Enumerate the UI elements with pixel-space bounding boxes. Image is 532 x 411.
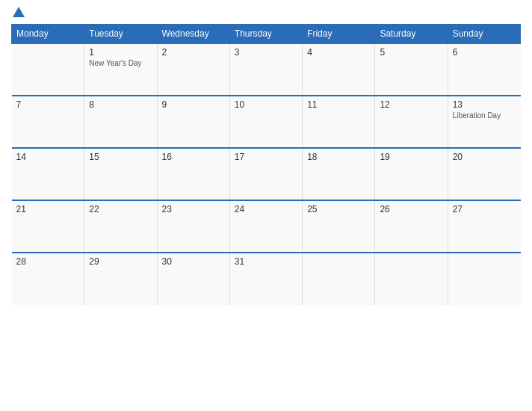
day-number: 13 [453,99,516,110]
weekday-header-wednesday: Wednesday [157,25,229,44]
calendar-cell [448,253,520,305]
day-number: 29 [89,256,152,267]
calendar-cell: 28 [12,253,84,305]
calendar-cell: 19 [375,148,448,200]
calendar-week-row: 1New Year's Day23456 [12,43,521,96]
calendar-cell: 7 [12,96,84,148]
calendar-cell: 15 [84,148,157,200]
calendar-cell: 16 [157,148,229,200]
calendar-week-row: 21222324252627 [12,200,521,253]
calendar-cell [12,43,84,96]
day-number: 24 [235,204,297,214]
calendar-cell: 9 [157,96,229,148]
day-number: 14 [16,152,80,162]
calendar-cell: 25 [303,200,375,253]
day-number: 10 [235,99,297,110]
calendar-table: MondayTuesdayWednesdayThursdayFridaySatu… [11,24,521,305]
calendar-cell: 31 [229,253,302,305]
day-number: 25 [307,204,370,214]
calendar-cell: 11 [303,96,375,148]
calendar-page: MondayTuesdayWednesdayThursdayFridaySatu… [0,0,532,411]
calendar-cell: 6 [448,43,520,96]
calendar-header [11,7,521,18]
day-number: 2 [162,47,225,58]
day-number: 9 [162,99,225,110]
weekday-header-saturday: Saturday [375,25,448,44]
day-number: 31 [235,256,297,267]
calendar-week-row: 78910111213Liberation Day [12,96,521,148]
calendar-cell: 1New Year's Day [84,43,157,96]
calendar-week-row: 14151617181920 [12,148,521,200]
day-number: 23 [162,204,225,214]
calendar-cell: 5 [375,43,448,96]
logo-triangle-icon [13,7,25,17]
day-number: 22 [89,204,152,214]
day-number: 16 [162,152,225,162]
holiday-name: Liberation Day [453,111,516,120]
weekday-header-sunday: Sunday [448,25,520,44]
day-number: 19 [380,152,442,162]
calendar-cell: 24 [229,200,302,253]
calendar-cell: 26 [375,200,448,253]
calendar-cell: 3 [229,43,302,96]
day-number: 12 [380,99,442,110]
calendar-cell: 14 [12,148,84,200]
day-number: 4 [307,47,370,58]
holiday-name: New Year's Day [89,59,152,67]
calendar-cell: 20 [448,148,520,200]
day-number: 30 [162,256,225,267]
weekday-header-tuesday: Tuesday [84,25,157,44]
calendar-cell: 17 [229,148,302,200]
logo [11,7,25,18]
day-number: 28 [16,256,80,267]
day-number: 17 [235,152,297,162]
calendar-cell: 8 [84,96,157,148]
calendar-cell: 18 [303,148,375,200]
calendar-cell: 22 [84,200,157,253]
weekday-header-monday: Monday [12,25,84,44]
weekday-header-thursday: Thursday [229,25,302,44]
calendar-cell: 10 [229,96,302,148]
calendar-cell [303,253,375,305]
calendar-cell: 13Liberation Day [448,96,520,148]
calendar-cell: 29 [84,253,157,305]
calendar-week-row: 28293031 [12,253,521,305]
day-number: 11 [307,99,370,110]
day-number: 1 [89,47,152,58]
day-number: 18 [307,152,370,162]
day-number: 21 [16,204,80,214]
day-number: 6 [453,47,516,58]
calendar-cell: 12 [375,96,448,148]
calendar-cell: 30 [157,253,229,305]
day-number: 26 [380,204,442,214]
day-number: 5 [380,47,442,58]
calendar-cell: 2 [157,43,229,96]
weekday-header-friday: Friday [303,25,375,44]
calendar-cell: 21 [12,200,84,253]
calendar-cell: 27 [448,200,520,253]
calendar-cell: 4 [303,43,375,96]
calendar-cell [375,253,448,305]
day-number: 3 [235,47,297,58]
weekday-header-row: MondayTuesdayWednesdayThursdayFridaySatu… [12,25,521,44]
day-number: 27 [453,204,516,214]
day-number: 20 [453,152,516,162]
day-number: 8 [89,99,152,110]
day-number: 7 [16,99,80,110]
day-number: 15 [89,152,152,162]
calendar-cell: 23 [157,200,229,253]
